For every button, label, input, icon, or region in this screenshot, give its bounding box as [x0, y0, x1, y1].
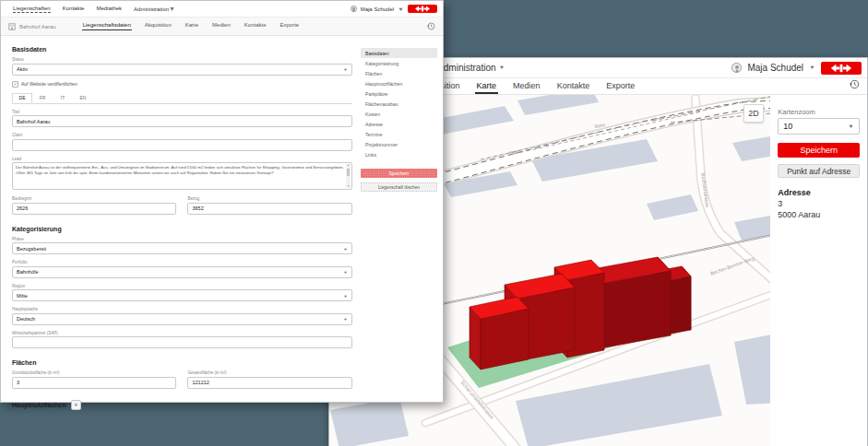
- nav-item-administration[interactable]: Administration▼: [134, 6, 175, 13]
- section-hauptnutzflaechen: Hauptnutzflächen: [12, 402, 66, 408]
- user-name[interactable]: Maja Schudel: [361, 6, 394, 12]
- chevron-down-icon[interactable]: ▼: [809, 65, 815, 71]
- tab-exporte[interactable]: Exporte: [279, 22, 300, 30]
- history-icon[interactable]: [427, 22, 435, 31]
- history-icon[interactable]: [850, 79, 860, 94]
- section-flaechen: Flächen: [12, 359, 352, 366]
- website-checkbox-label: Auf Website veröffentlichen: [21, 81, 77, 87]
- claim-input[interactable]: [12, 139, 352, 151]
- chevron-down-icon: ▼: [343, 317, 348, 322]
- lang-tab-de[interactable]: DE: [12, 93, 32, 103]
- portfolio-label: Portfolio: [12, 260, 352, 264]
- user-avatar-icon: [731, 63, 742, 73]
- titel-input[interactable]: Bahnhof Aarau: [12, 115, 352, 127]
- sbb-logo-icon: [828, 64, 854, 73]
- chevron-down-icon: ▼: [848, 123, 854, 129]
- tab-liegenschaftsdaten[interactable]: Liegenschaftsdaten: [82, 22, 132, 30]
- lang-tab-fr[interactable]: FR: [32, 93, 53, 103]
- tab-exporte[interactable]: Exporte: [604, 81, 636, 94]
- phase-label: Phase: [12, 237, 352, 241]
- lang-tab-it[interactable]: IT: [53, 93, 73, 103]
- portfolio-select[interactable]: Bahnhöfe▼: [12, 266, 352, 278]
- nav-item-liegenschaften[interactable]: Liegenschaften: [13, 6, 51, 13]
- desktop-background: Mediathek Administration▼ Maja Schudel ▼…: [0, 0, 868, 446]
- phase-select[interactable]: Bezugsbereit▼: [12, 242, 352, 254]
- tab-medien[interactable]: Medien: [511, 81, 542, 94]
- tab-akquisition[interactable]: Akquisition: [144, 22, 172, 30]
- chevron-down-icon[interactable]: ▼: [398, 6, 404, 12]
- anchor-flaechen[interactable]: Flächen: [361, 68, 437, 78]
- section-kategorisierung: Kategorisierung: [12, 226, 352, 232]
- kartenzoom-label: Kartenzoom: [778, 108, 860, 116]
- lead-textarea[interactable]: Der Bahnhof Aarau ist der vielfrequentie…: [12, 162, 352, 190]
- map-2d-toggle-button[interactable]: 2D: [743, 104, 764, 123]
- adresse-street: 3: [778, 199, 860, 208]
- anchor-kategorisierung[interactable]: Kategorisierung: [361, 58, 437, 68]
- chevron-down-icon: ▼: [343, 246, 348, 251]
- lead-label: Lead: [12, 157, 352, 161]
- tab-kontakte[interactable]: Kontakte: [244, 22, 268, 30]
- entity-name: Bahnhof Aarau: [19, 24, 56, 29]
- wirtschaftspartner-label: Wirtschaftspartner (SAP): [12, 331, 352, 335]
- anchor-basisdaten[interactable]: Basisdaten: [361, 48, 437, 58]
- user-avatar-icon: [351, 6, 357, 12]
- anchor-hauptnutzflaechen[interactable]: Hauptnutzflächen: [361, 78, 437, 88]
- baubeginn-label: Baubeginn: [12, 196, 176, 201]
- punkt-auf-adresse-button[interactable]: Punkt auf Adresse: [778, 164, 860, 178]
- adresse-label: Adresse: [778, 188, 860, 197]
- chevron-down-icon: ▼: [343, 270, 348, 275]
- anchor-adresse[interactable]: Adresse: [361, 119, 437, 129]
- baubeginn-input[interactable]: 2626: [12, 203, 176, 215]
- kartenzoom-select[interactable]: 10 ▼: [778, 118, 860, 135]
- tab-kontakte[interactable]: Kontakte: [555, 81, 592, 94]
- grundstuecksflaeche-label: Grundstücksfläche (in m²): [12, 370, 176, 375]
- sbb-logo-button[interactable]: [408, 5, 437, 13]
- titel-label: Titel: [12, 110, 352, 114]
- form-app-navbar: Liegenschaften Kontakte Mediathek Admini…: [1, 1, 443, 18]
- form-app-window: Liegenschaften Kontakte Mediathek Admini…: [0, 0, 444, 403]
- hauptsprache-select[interactable]: Deutsch▼: [12, 313, 352, 325]
- nav-item-kontakte[interactable]: Kontakte: [63, 6, 85, 13]
- section-basisdaten: Basisdaten: [12, 46, 352, 53]
- anchor-projektnummer[interactable]: Projektnummer: [361, 139, 437, 149]
- region-label: Region: [12, 284, 352, 288]
- anchor-links[interactable]: Links: [361, 149, 437, 159]
- speichern-button[interactable]: Speichern: [778, 143, 860, 158]
- sbb-logo-icon: [413, 6, 432, 12]
- tab-karte[interactable]: Karte: [475, 81, 499, 94]
- gesamtflaeche-input[interactable]: 121212: [187, 377, 351, 389]
- anchor-flaechenausbau[interactable]: Flächenausbau: [361, 99, 437, 109]
- anchor-sidebar: Basisdaten Kategorisierung Flächen Haupt…: [361, 43, 437, 410]
- chevron-down-icon: ▼: [169, 6, 175, 12]
- entity-context-bar: Bahnhof Aarau Liegenschaftsdaten Akquisi…: [1, 18, 443, 36]
- chevron-down-icon: ▼: [343, 293, 348, 298]
- hauptsprache-label: Hauptsprache: [12, 307, 352, 311]
- anchor-termine[interactable]: Termine: [361, 129, 437, 139]
- gesamtflaeche-label: Gesamtfläche (in m²): [187, 370, 351, 375]
- status-select[interactable]: Aktiv ▼: [12, 64, 352, 76]
- lang-tab-en[interactable]: EN: [73, 93, 93, 103]
- user-name[interactable]: Maja Schudel: [747, 63, 803, 73]
- status-label: Status: [12, 57, 352, 62]
- property-form: Basisdaten Status Aktiv ▼ ✓ Auf Website …: [12, 43, 352, 410]
- grundstuecksflaeche-input[interactable]: 3: [12, 377, 176, 389]
- speichern-button[interactable]: Speichern: [361, 169, 437, 178]
- website-checkbox[interactable]: ✓: [12, 81, 18, 88]
- nav-item-mediathek[interactable]: Mediathek: [96, 6, 122, 13]
- map-side-panel: Kartenzoom 10 ▼ Speichern Punkt auf Adre…: [770, 95, 867, 446]
- liegenschaft-loeschen-button[interactable]: Liegenschaft löschen: [361, 182, 437, 192]
- anchor-kosten[interactable]: Kosten: [361, 109, 437, 119]
- add-hauptnutzflaeche-button[interactable]: +: [71, 400, 81, 410]
- bezug-input[interactable]: 3652: [187, 203, 351, 215]
- wirtschaftspartner-input[interactable]: [12, 336, 352, 348]
- region-select[interactable]: Mitte▼: [12, 289, 352, 301]
- building-icon: [8, 23, 16, 30]
- tab-karte[interactable]: Karte: [184, 22, 199, 30]
- sbb-logo-button[interactable]: [821, 62, 862, 75]
- bezug-label: Bezug: [187, 196, 351, 201]
- adresse-city: 5000 Aarau: [778, 210, 860, 219]
- tab-medien[interactable]: Medien: [211, 22, 232, 30]
- scrollbar[interactable]: ▲▼: [346, 164, 351, 188]
- nav-item-administration[interactable]: Administration▼: [437, 63, 505, 73]
- anchor-parkplaetze[interactable]: Parkplätze: [361, 88, 437, 99]
